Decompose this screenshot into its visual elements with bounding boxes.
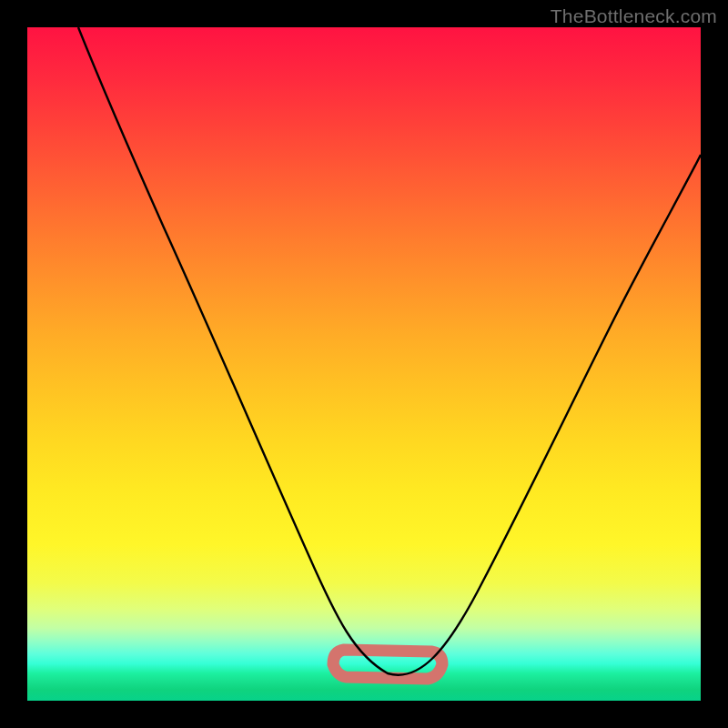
bottleneck-curve-svg (27, 27, 701, 701)
chart-frame: TheBottleneck.com (0, 0, 728, 728)
watermark-label: TheBottleneck.com (551, 5, 717, 27)
plot-area (27, 27, 701, 701)
bottleneck-curve-path (78, 27, 701, 675)
